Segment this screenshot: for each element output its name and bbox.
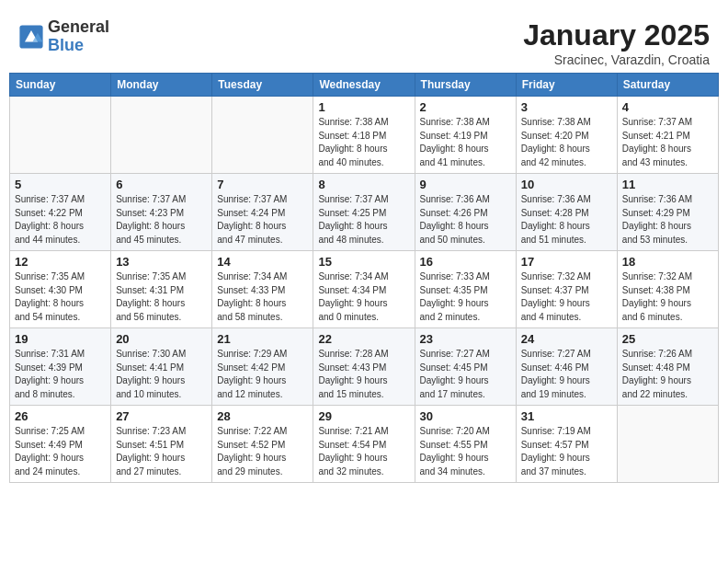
day-info: Sunrise: 7:22 AMSunset: 4:52 PMDaylight:… [217,425,308,478]
day-number: 12 [15,255,106,269]
day-number: 2 [420,100,511,114]
day-info: Sunrise: 7:35 AMSunset: 4:31 PMDaylight:… [116,270,207,324]
day-info: Sunrise: 7:27 AMSunset: 4:45 PMDaylight:… [420,348,511,401]
day-number: 5 [15,178,106,191]
day-number: 20 [116,332,207,346]
calendar-cell: 14Sunrise: 7:34 AMSunset: 4:33 PMDayligh… [212,251,313,328]
day-info: Sunrise: 7:25 AMSunset: 4:49 PMDaylight:… [15,425,106,478]
day-number: 7 [217,178,308,191]
day-number: 23 [420,332,511,346]
day-info: Sunrise: 7:27 AMSunset: 4:46 PMDaylight:… [521,348,612,401]
calendar-cell: 22Sunrise: 7:28 AMSunset: 4:43 PMDayligh… [313,328,415,406]
calendar-cell: 31Sunrise: 7:19 AMSunset: 4:57 PMDayligh… [516,406,617,483]
day-of-week-header: Wednesday [313,74,415,97]
day-info: Sunrise: 7:35 AMSunset: 4:30 PMDaylight:… [15,270,106,324]
calendar-cell: 30Sunrise: 7:20 AMSunset: 4:55 PMDayligh… [415,406,516,483]
calendar-cell: 20Sunrise: 7:30 AMSunset: 4:41 PMDayligh… [111,328,212,406]
calendar-cell [617,406,718,483]
day-info: Sunrise: 7:20 AMSunset: 4:55 PMDaylight:… [420,425,511,478]
day-of-week-header: Friday [516,74,617,97]
day-number: 25 [622,332,713,346]
day-info: Sunrise: 7:32 AMSunset: 4:38 PMDaylight:… [622,270,713,324]
calendar-cell: 18Sunrise: 7:32 AMSunset: 4:38 PMDayligh… [617,251,718,328]
calendar-cell: 28Sunrise: 7:22 AMSunset: 4:52 PMDayligh… [212,406,313,483]
day-info: Sunrise: 7:23 AMSunset: 4:51 PMDaylight:… [116,425,207,478]
calendar-week-row: 26Sunrise: 7:25 AMSunset: 4:49 PMDayligh… [10,406,719,483]
calendar-cell: 15Sunrise: 7:34 AMSunset: 4:34 PMDayligh… [313,251,415,328]
calendar-cell: 24Sunrise: 7:27 AMSunset: 4:46 PMDayligh… [516,328,617,406]
calendar-cell [10,97,111,174]
calendar-cell: 2Sunrise: 7:38 AMSunset: 4:19 PMDaylight… [415,97,516,174]
day-info: Sunrise: 7:36 AMSunset: 4:28 PMDaylight:… [521,193,612,247]
calendar-cell: 8Sunrise: 7:37 AMSunset: 4:25 PMDaylight… [313,174,415,251]
day-info: Sunrise: 7:29 AMSunset: 4:42 PMDaylight:… [217,348,308,401]
day-info: Sunrise: 7:32 AMSunset: 4:37 PMDaylight:… [521,270,612,324]
day-of-week-header: Tuesday [212,74,313,97]
day-number: 4 [622,100,713,114]
day-number: 31 [521,409,612,423]
calendar-cell: 3Sunrise: 7:38 AMSunset: 4:20 PMDaylight… [516,97,617,174]
day-number: 29 [318,409,409,423]
day-info: Sunrise: 7:38 AMSunset: 4:19 PMDaylight:… [420,116,511,169]
day-number: 22 [318,332,409,346]
day-info: Sunrise: 7:34 AMSunset: 4:33 PMDaylight:… [217,270,308,324]
day-info: Sunrise: 7:31 AMSunset: 4:39 PMDaylight:… [15,348,106,401]
calendar-cell [111,97,212,174]
calendar-cell: 13Sunrise: 7:35 AMSunset: 4:31 PMDayligh… [111,251,212,328]
day-number: 28 [217,409,308,423]
day-info: Sunrise: 7:28 AMSunset: 4:43 PMDaylight:… [318,348,409,401]
day-number: 13 [116,255,207,269]
calendar-cell: 29Sunrise: 7:21 AMSunset: 4:54 PMDayligh… [313,406,415,483]
day-of-week-header: Saturday [617,74,718,97]
calendar-week-row: 19Sunrise: 7:31 AMSunset: 4:39 PMDayligh… [10,328,719,406]
calendar-cell: 6Sunrise: 7:37 AMSunset: 4:23 PMDaylight… [111,174,212,251]
calendar-week-row: 12Sunrise: 7:35 AMSunset: 4:30 PMDayligh… [10,251,719,328]
day-info: Sunrise: 7:37 AMSunset: 4:24 PMDaylight:… [217,193,308,247]
day-number: 19 [15,332,106,346]
day-number: 18 [622,255,713,269]
day-info: Sunrise: 7:37 AMSunset: 4:23 PMDaylight:… [116,193,207,247]
day-info: Sunrise: 7:26 AMSunset: 4:48 PMDaylight:… [622,348,713,401]
calendar-subtitle: Sracinec, Varazdin, Croatia [523,52,710,67]
day-number: 30 [420,409,511,423]
calendar-cell: 11Sunrise: 7:36 AMSunset: 4:29 PMDayligh… [617,174,718,251]
day-number: 16 [420,255,511,269]
calendar-cell: 7Sunrise: 7:37 AMSunset: 4:24 PMDaylight… [212,174,313,251]
day-info: Sunrise: 7:38 AMSunset: 4:18 PMDaylight:… [318,116,409,169]
calendar-cell: 1Sunrise: 7:38 AMSunset: 4:18 PMDaylight… [313,97,415,174]
day-number: 6 [116,178,207,191]
day-number: 10 [521,178,612,191]
day-of-week-header: Monday [111,74,212,97]
day-number: 17 [521,255,612,269]
calendar-cell: 19Sunrise: 7:31 AMSunset: 4:39 PMDayligh… [10,328,111,406]
day-of-week-header: Sunday [10,74,111,97]
day-info: Sunrise: 7:34 AMSunset: 4:34 PMDaylight:… [318,270,409,324]
logo-icon [18,24,44,50]
calendar-cell: 4Sunrise: 7:37 AMSunset: 4:21 PMDaylight… [617,97,718,174]
calendar-week-row: 5Sunrise: 7:37 AMSunset: 4:22 PMDaylight… [10,174,719,251]
calendar-cell: 21Sunrise: 7:29 AMSunset: 4:42 PMDayligh… [212,328,313,406]
calendar-title: January 2025 [523,18,710,52]
calendar-cell: 27Sunrise: 7:23 AMSunset: 4:51 PMDayligh… [111,406,212,483]
calendar-cell: 26Sunrise: 7:25 AMSunset: 4:49 PMDayligh… [10,406,111,483]
day-number: 11 [622,178,713,191]
calendar-cell: 23Sunrise: 7:27 AMSunset: 4:45 PMDayligh… [415,328,516,406]
title-block: January 2025 Sracinec, Varazdin, Croatia [523,18,710,67]
calendar-header-row: SundayMondayTuesdayWednesdayThursdayFrid… [10,74,719,97]
day-info: Sunrise: 7:36 AMSunset: 4:29 PMDaylight:… [622,193,713,247]
logo-general: General [48,18,109,37]
day-number: 9 [420,178,511,191]
page-header: General Blue January 2025 Sracinec, Vara… [9,9,719,73]
logo: General Blue [18,18,109,55]
day-number: 3 [521,100,612,114]
calendar-cell: 16Sunrise: 7:33 AMSunset: 4:35 PMDayligh… [415,251,516,328]
logo-blue: Blue [48,37,109,55]
day-number: 14 [217,255,308,269]
day-number: 8 [318,178,409,191]
day-info: Sunrise: 7:33 AMSunset: 4:35 PMDaylight:… [420,270,511,324]
day-number: 15 [318,255,409,269]
day-number: 1 [318,100,409,114]
day-info: Sunrise: 7:19 AMSunset: 4:57 PMDaylight:… [521,425,612,478]
day-number: 27 [116,409,207,423]
day-info: Sunrise: 7:30 AMSunset: 4:41 PMDaylight:… [116,348,207,401]
